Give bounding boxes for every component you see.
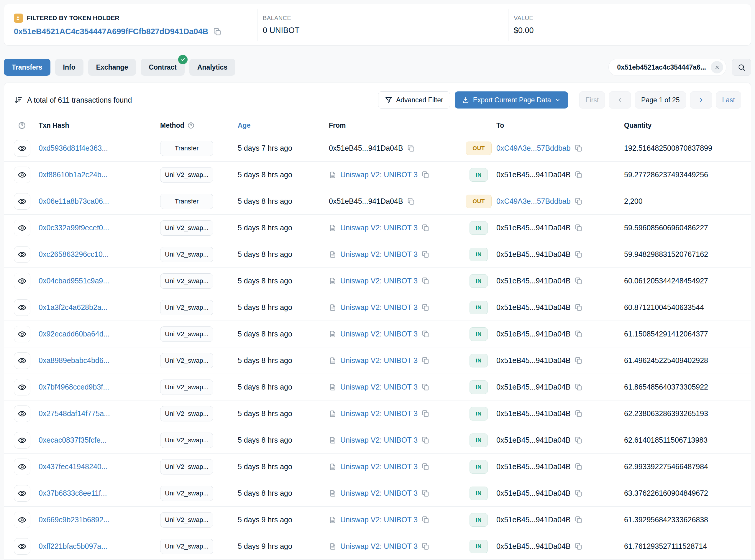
txn-hash-link[interactable]: 0x7bf4968cced9b3f... bbox=[39, 383, 109, 391]
txn-hash-link[interactable]: 0x0c332a99f9ecef0... bbox=[39, 223, 109, 232]
search-filter-chip[interactable]: 0x51eb4521ac4c354447a6... bbox=[609, 59, 727, 76]
copy-to-button[interactable] bbox=[575, 463, 582, 471]
method-badge[interactable]: Uni V2_swap... bbox=[160, 433, 213, 448]
view-transaction-button[interactable] bbox=[14, 246, 31, 263]
txn-hash-link[interactable]: 0x1a3f2c4a628b2a... bbox=[39, 303, 108, 312]
pagination-next-button[interactable] bbox=[690, 92, 712, 108]
copy-from-button[interactable] bbox=[421, 542, 430, 550]
to-address[interactable]: 0x51eB45...941Da04B bbox=[496, 303, 571, 312]
copy-address-button[interactable] bbox=[213, 27, 221, 36]
to-address[interactable]: 0x51eB45...941Da04B bbox=[496, 409, 571, 418]
header-age-sort[interactable]: Age bbox=[238, 121, 329, 129]
from-address[interactable]: Uniswap V2: UNIBOT 3 bbox=[340, 223, 418, 232]
method-badge[interactable]: Uni V2_swap... bbox=[160, 167, 213, 182]
to-address[interactable]: 0x51eB45...941Da04B bbox=[496, 330, 571, 338]
method-help-icon[interactable] bbox=[187, 122, 195, 129]
method-badge[interactable]: Uni V2_swap... bbox=[160, 353, 213, 368]
advanced-filter-button[interactable]: Advanced Filter bbox=[378, 92, 450, 108]
view-transaction-button[interactable] bbox=[14, 193, 31, 210]
copy-to-button[interactable] bbox=[575, 303, 582, 312]
copy-to-button[interactable] bbox=[575, 516, 582, 524]
from-address[interactable]: Uniswap V2: UNIBOT 3 bbox=[340, 516, 418, 524]
copy-to-button[interactable] bbox=[575, 436, 582, 444]
pagination-last-button[interactable]: Last bbox=[716, 92, 741, 108]
copy-to-button[interactable] bbox=[575, 197, 582, 205]
view-transaction-button[interactable] bbox=[14, 459, 31, 475]
export-page-data-button[interactable]: Export Current Page Data bbox=[455, 92, 568, 108]
to-address[interactable]: 0x51eB45...941Da04B bbox=[496, 277, 571, 285]
method-badge[interactable]: Uni V2_swap... bbox=[160, 247, 213, 262]
txn-hash-link[interactable]: 0xecac0837f35fcfe... bbox=[39, 436, 107, 444]
txn-hash-link[interactable]: 0x27548daf14f775a... bbox=[39, 409, 110, 418]
copy-from-button[interactable] bbox=[421, 516, 430, 524]
holder-address-link[interactable]: 0x51eB4521AC4c354447A699fFCfb827dD941Da0… bbox=[14, 27, 208, 36]
from-address[interactable]: Uniswap V2: UNIBOT 3 bbox=[340, 303, 418, 312]
from-address[interactable]: Uniswap V2: UNIBOT 3 bbox=[340, 171, 418, 179]
pagination-prev-button[interactable] bbox=[609, 92, 631, 108]
to-address[interactable]: 0x51eB45...941Da04B bbox=[496, 516, 571, 524]
txn-hash-link[interactable]: 0xa8989ebabc4bd6... bbox=[39, 356, 110, 364]
view-transaction-button[interactable] bbox=[14, 405, 31, 422]
search-button[interactable] bbox=[732, 59, 751, 76]
from-address[interactable]: 0x51eB45...941Da04B bbox=[329, 197, 403, 205]
txn-hash-link[interactable]: 0xf88610b1a2c24b... bbox=[39, 171, 108, 179]
tab-contract[interactable]: Contract bbox=[141, 59, 185, 76]
method-badge[interactable]: Uni V2_swap... bbox=[160, 220, 213, 236]
view-transaction-button[interactable] bbox=[14, 432, 31, 448]
copy-to-button[interactable] bbox=[575, 383, 582, 391]
copy-to-button[interactable] bbox=[575, 171, 582, 179]
copy-from-button[interactable] bbox=[421, 383, 430, 391]
copy-from-button[interactable] bbox=[407, 144, 415, 152]
from-address[interactable]: Uniswap V2: UNIBOT 3 bbox=[340, 277, 418, 285]
from-address[interactable]: Uniswap V2: UNIBOT 3 bbox=[340, 462, 418, 471]
copy-to-button[interactable] bbox=[575, 489, 582, 497]
copy-from-button[interactable] bbox=[421, 436, 430, 444]
copy-to-button[interactable] bbox=[575, 330, 582, 338]
copy-from-button[interactable] bbox=[421, 251, 430, 258]
view-transaction-button[interactable] bbox=[14, 273, 31, 289]
copy-from-button[interactable] bbox=[421, 357, 430, 364]
view-transaction-button[interactable] bbox=[14, 485, 31, 502]
view-transaction-button[interactable] bbox=[14, 512, 31, 528]
view-transaction-button[interactable] bbox=[14, 167, 31, 183]
tab-exchange[interactable]: Exchange bbox=[88, 59, 136, 76]
view-transaction-button[interactable] bbox=[14, 326, 31, 342]
copy-from-button[interactable] bbox=[421, 463, 430, 471]
method-badge[interactable]: Uni V2_swap... bbox=[160, 380, 213, 395]
txn-hash-link[interactable]: 0x92ecadd60ba64d... bbox=[39, 330, 110, 338]
from-address[interactable]: Uniswap V2: UNIBOT 3 bbox=[340, 250, 418, 259]
to-address[interactable]: 0xC49A3e...57Bddbab bbox=[496, 197, 571, 205]
view-transaction-button[interactable] bbox=[14, 353, 31, 369]
view-transaction-button[interactable] bbox=[14, 538, 31, 555]
from-address[interactable]: 0x51eB45...941Da04B bbox=[329, 144, 403, 153]
method-badge[interactable]: Uni V2_swap... bbox=[160, 486, 213, 501]
copy-from-button[interactable] bbox=[421, 303, 430, 312]
copy-from-button[interactable] bbox=[421, 330, 430, 338]
copy-from-button[interactable] bbox=[421, 224, 430, 232]
view-transaction-button[interactable] bbox=[14, 379, 31, 396]
txn-hash-link[interactable]: 0x669c9b231b6892... bbox=[39, 516, 110, 524]
to-address[interactable]: 0x51eB45...941Da04B bbox=[496, 542, 571, 551]
copy-to-button[interactable] bbox=[575, 224, 582, 232]
from-address[interactable]: Uniswap V2: UNIBOT 3 bbox=[340, 436, 418, 444]
copy-to-button[interactable] bbox=[575, 409, 582, 418]
method-badge[interactable]: Uni V2_swap... bbox=[160, 512, 213, 527]
to-address[interactable]: 0x51eB45...941Da04B bbox=[496, 383, 571, 391]
tab-analytics[interactable]: Analytics bbox=[189, 59, 235, 76]
to-address[interactable]: 0x51eB45...941Da04B bbox=[496, 462, 571, 471]
view-transaction-button[interactable] bbox=[14, 220, 31, 236]
method-badge[interactable]: Transfer bbox=[160, 141, 213, 156]
copy-from-button[interactable] bbox=[407, 197, 415, 205]
copy-to-button[interactable] bbox=[575, 357, 582, 364]
copy-from-button[interactable] bbox=[421, 277, 430, 285]
txn-hash-link[interactable]: 0x37b6833c8ee11f... bbox=[39, 489, 107, 497]
from-address[interactable]: Uniswap V2: UNIBOT 3 bbox=[340, 409, 418, 418]
to-address[interactable]: 0xC49A3e...57Bddbab bbox=[496, 144, 571, 153]
from-address[interactable]: Uniswap V2: UNIBOT 3 bbox=[340, 542, 418, 551]
from-address[interactable]: Uniswap V2: UNIBOT 3 bbox=[340, 330, 418, 338]
method-badge[interactable]: Uni V2_swap... bbox=[160, 326, 213, 342]
method-badge[interactable]: Uni V2_swap... bbox=[160, 406, 213, 421]
method-badge[interactable]: Uni V2_swap... bbox=[160, 539, 213, 554]
row-help-icon[interactable] bbox=[14, 121, 39, 129]
from-address[interactable]: Uniswap V2: UNIBOT 3 bbox=[340, 356, 418, 365]
